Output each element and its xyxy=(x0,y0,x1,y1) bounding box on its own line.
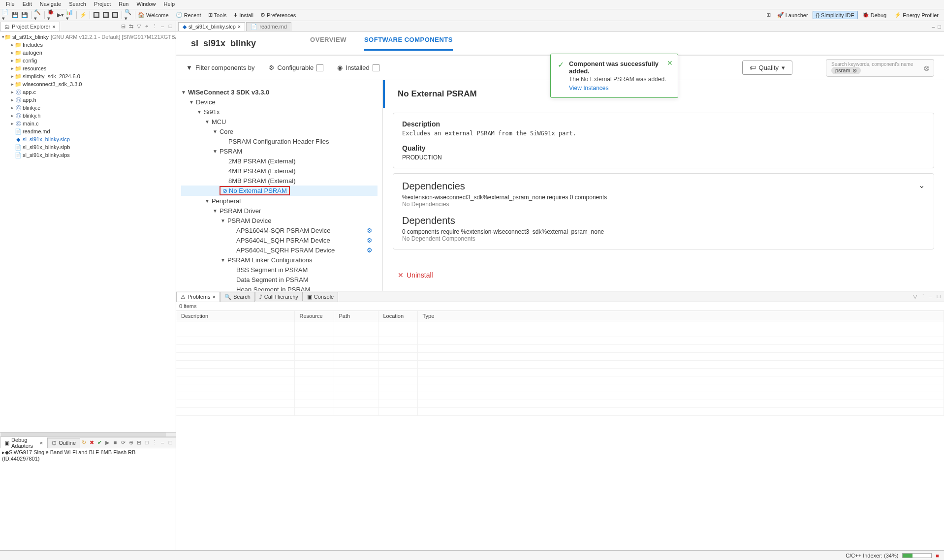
da-icon-2[interactable]: ✖ xyxy=(88,439,95,446)
minimize-icon[interactable]: – xyxy=(927,293,934,300)
wiz3-icon[interactable]: 🔲 xyxy=(111,11,119,19)
search-chip[interactable]: psram ⊗ xyxy=(831,67,861,74)
chip-close-icon[interactable]: ⊗ xyxy=(852,67,857,74)
gear-icon[interactable]: ⚙ xyxy=(367,247,373,254)
collapse-all-icon[interactable]: ⊟ xyxy=(120,23,126,30)
maximize-icon[interactable]: □ xyxy=(167,23,174,30)
close-tab-icon[interactable]: × xyxy=(52,24,55,30)
seg-bss[interactable]: BSS Segment in PSRAM xyxy=(236,266,308,274)
perspective-simplicity-ide[interactable]: {} Simplicity IDE xyxy=(813,11,858,19)
da-icon-3[interactable]: ✔ xyxy=(96,439,103,446)
file-slpb[interactable]: sl_si91x_blinky.slpb xyxy=(23,144,70,150)
folder-config[interactable]: config xyxy=(23,58,37,63)
seg-heap[interactable]: Heap Segment in PSRAM xyxy=(236,286,310,291)
status-stop-icon[interactable]: ■ xyxy=(936,553,939,559)
da-icon-5[interactable]: ■ xyxy=(112,439,119,446)
folder-resources[interactable]: resources xyxy=(23,65,46,71)
clear-search-icon[interactable]: ⊗ xyxy=(923,63,930,72)
filter-problems-icon[interactable]: ▽ xyxy=(912,293,918,300)
file-slps[interactable]: sl_si91x_blinky.slps xyxy=(23,152,70,158)
menu-help[interactable]: Help xyxy=(160,0,179,9)
file-slcp[interactable]: sl_si91x_blinky.slcp xyxy=(23,136,70,142)
da-icon-4[interactable]: ▶ xyxy=(104,439,111,446)
flash-icon[interactable]: ⚡ xyxy=(79,11,87,19)
installed-checkbox[interactable] xyxy=(373,64,379,71)
da-icon-6[interactable]: ⟳ xyxy=(120,439,126,446)
expand-icon[interactable]: ⌄ xyxy=(918,181,925,190)
menu-project[interactable]: Project xyxy=(90,0,115,9)
editor-tab-readme[interactable]: 📄readme.md xyxy=(246,22,291,31)
file-main-c[interactable]: main.c xyxy=(23,121,38,126)
psram-4mb[interactable]: 4MB PSRAM (External) xyxy=(228,167,296,175)
project-explorer-tab[interactable]: 🗂 Project Explorer × xyxy=(0,22,60,31)
run-icon[interactable]: ▶▾ xyxy=(57,11,64,19)
da-icon-1[interactable]: ↻ xyxy=(80,439,87,446)
call-hierarchy-tab[interactable]: ⤴Call Hierarchy xyxy=(255,292,303,301)
gear-icon[interactable]: ⚙ xyxy=(367,227,373,234)
perspective-launcher[interactable]: 🚀 Launcher xyxy=(774,11,812,19)
menu-window[interactable]: Window xyxy=(132,0,159,9)
psram-device-1[interactable]: APS6404L_SQH PSRAM Device xyxy=(236,237,330,244)
editor-minimize-icon[interactable]: – xyxy=(932,24,935,30)
col-path[interactable]: Path xyxy=(334,311,378,321)
component-tree[interactable]: ▼WiSeConnect 3 SDK v3.3.0 ▼Device ▼Si91x… xyxy=(176,80,383,291)
folder-wiseconnect-sdk[interactable]: wiseconnect3_sdk_3.3.0 xyxy=(23,81,82,87)
file-blinky-h[interactable]: blinky.h xyxy=(23,113,40,119)
search-tab[interactable]: 🔍Search xyxy=(220,292,255,302)
da-icon-8[interactable]: ⊟ xyxy=(135,439,142,446)
da-minimize-icon[interactable]: – xyxy=(159,439,166,446)
wiz2-icon[interactable]: 🔲 xyxy=(102,11,110,19)
gear-icon[interactable]: ⚙ xyxy=(367,237,373,244)
preferences-button[interactable]: ⚙ Preferences xyxy=(260,12,296,18)
no-external-psram-selected[interactable]: ⊘No External PSRAM xyxy=(220,186,290,195)
col-type[interactable]: Type xyxy=(417,311,944,321)
uninstall-button[interactable]: ✕Uninstall xyxy=(383,259,944,291)
psram-2mb[interactable]: 2MB PSRAM (External) xyxy=(228,157,296,165)
wiz1-icon[interactable]: 🔲 xyxy=(93,11,100,19)
debug-icon[interactable]: 🐞▾ xyxy=(47,11,55,19)
seg-data[interactable]: Data Segment in PSRAM xyxy=(236,276,309,283)
da-icon-7[interactable]: ⊕ xyxy=(127,439,134,446)
focus-icon[interactable]: ⌖ xyxy=(143,23,150,30)
welcome-button[interactable]: 🏠 Welcome xyxy=(138,12,169,18)
editor-maximize-icon[interactable]: □ xyxy=(938,24,941,30)
close-icon[interactable]: × xyxy=(212,294,215,300)
new-icon[interactable]: 📄▾ xyxy=(2,11,10,19)
problems-tab[interactable]: ⚠Problems× xyxy=(176,292,220,302)
filter-icon[interactable]: ▽ xyxy=(135,23,142,30)
save-icon[interactable]: 💾 xyxy=(11,11,19,19)
file-app-c[interactable]: app.c xyxy=(23,89,36,95)
da-icon-9[interactable]: □ xyxy=(143,439,150,446)
perspective-energy[interactable]: ⚡ Energy Profiler xyxy=(891,11,942,19)
da-maximize-icon[interactable]: □ xyxy=(167,439,174,446)
perspective-debug[interactable]: 🐞 Debug xyxy=(859,11,890,19)
folder-includes[interactable]: Includes xyxy=(23,42,43,48)
maximize-icon[interactable]: □ xyxy=(935,293,942,300)
close-icon[interactable]: × xyxy=(40,440,43,446)
view-menu-icon[interactable]: ⋮ xyxy=(919,293,926,300)
psram-header-files[interactable]: PSRAM Configuration Header Files xyxy=(228,138,329,145)
folder-simplicity-sdk[interactable]: simplicity_sdk_2024.6.0 xyxy=(23,73,80,79)
menu-navigate[interactable]: Navigate xyxy=(36,0,65,9)
toast-close-icon[interactable]: ✕ xyxy=(667,59,673,67)
console-tab[interactable]: ▣Console xyxy=(303,292,338,302)
debug-adapter-item[interactable]: SiWG917 Single Band Wi-Fi and BLE 8MB Fl… xyxy=(2,449,135,462)
close-icon[interactable]: × xyxy=(238,24,241,30)
link-editor-icon[interactable]: ⇆ xyxy=(127,23,134,30)
configurable-checkbox[interactable] xyxy=(316,64,323,71)
quality-dropdown[interactable]: 🏷Quality▾ xyxy=(742,61,792,75)
open-perspective-icon[interactable]: ⊞ xyxy=(765,11,773,19)
outline-tab[interactable]: ⌬Outline xyxy=(47,438,80,448)
install-button[interactable]: ⬇ Install xyxy=(233,12,253,18)
psram-device-2[interactable]: APS6404L_SQRH PSRAM Device xyxy=(236,247,335,254)
menu-search[interactable]: Search xyxy=(65,0,90,9)
recent-button[interactable]: 🕘 Recent xyxy=(176,12,201,18)
horizontal-scrollbar[interactable] xyxy=(1,433,166,436)
da-view-menu-icon[interactable]: ⋮ xyxy=(151,439,158,446)
search-input[interactable]: ⊗ Search keywords, component's name psra… xyxy=(826,59,934,77)
editor-tab-slcp[interactable]: ◆sl_si91x_blinky.slcp× xyxy=(178,22,245,31)
menu-file[interactable]: File xyxy=(2,0,19,9)
minimize-icon[interactable]: – xyxy=(159,23,166,30)
col-location[interactable]: Location xyxy=(378,311,417,321)
profile-icon[interactable]: 📊▾ xyxy=(66,11,74,19)
